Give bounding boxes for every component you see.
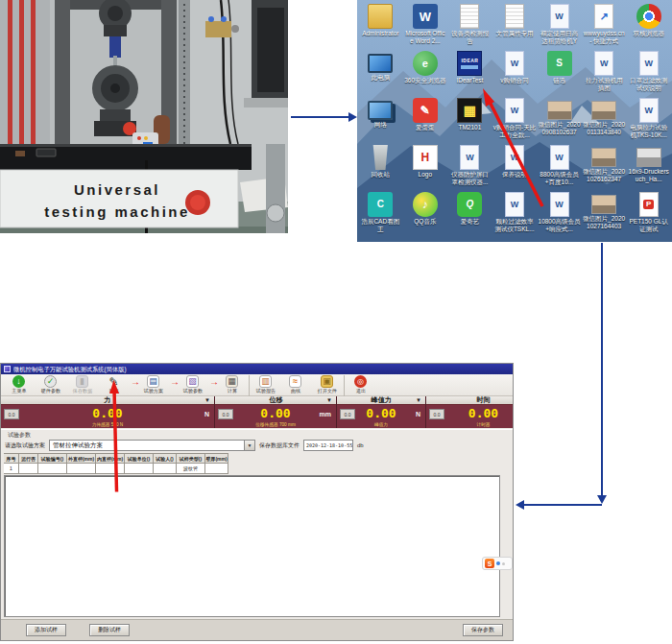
desktop-icon-label: QQ音乐: [403, 218, 446, 234]
desktop-icon[interactable]: 16x9-Druckersuch_Ha...: [626, 144, 671, 191]
desktop-icon[interactable]: W Microsoft Office Word 2...: [403, 3, 448, 50]
desktop-icon[interactable]: e 360安全浏览器: [403, 50, 448, 97]
toolbar-button[interactable]: ▧ 试验参数: [178, 375, 207, 396]
table-cell[interactable]: [38, 464, 67, 474]
panel-unit: N: [416, 411, 420, 417]
panel-header: 力 ▼: [1, 396, 214, 405]
panel-sensor-label: 峰值力: [344, 422, 419, 428]
table-header-cell: 运行否: [19, 453, 38, 464]
desktop-icon[interactable]: 微信图片_20200113143840: [582, 97, 627, 144]
table-cell[interactable]: 1: [4, 464, 19, 474]
desktop-icon[interactable]: H Logo: [403, 144, 448, 191]
specimen-list-area[interactable]: [4, 475, 500, 617]
desktop-icon[interactable]: ♪ QQ音乐: [403, 191, 448, 238]
desktop-icon[interactable]: ▦ TM2101: [447, 97, 492, 144]
panel-title: 时间: [476, 395, 490, 405]
desktop-icon[interactable]: ✎ 爱蛋蛋: [403, 97, 448, 144]
toolbar-button[interactable]: ▦ 计算: [217, 375, 247, 396]
desktop-icon[interactable]: W 颗粒过滤效率测试仪TSKL...: [492, 191, 538, 238]
scheme-dropdown[interactable]: 管材拉伸试验方案 ▼: [49, 440, 255, 451]
desktop-icon[interactable]: W v购销合同: [492, 50, 538, 97]
desktop-icon-label: 拉力试验机用插图: [583, 77, 626, 93]
toolbar-button-label: 试验参数: [182, 388, 202, 395]
table-cell[interactable]: [96, 464, 125, 474]
desktop-icon-image: W: [550, 192, 569, 217]
toolbar-button[interactable]: ▤ 试验方案: [138, 375, 168, 396]
toolbar-button-label: 试验方案: [143, 388, 162, 395]
table-cell[interactable]: [19, 464, 38, 474]
toolbar-button-icon: ▮: [76, 375, 88, 388]
desktop-icon[interactable]: 双核浏览器: [626, 3, 671, 50]
window-titlebar[interactable]: 微机控制电子万能试验机测试系统(简体版): [1, 364, 513, 374]
table-cell[interactable]: [125, 464, 154, 474]
desktop-icon-glyph: W: [511, 107, 519, 115]
desktop-icon-image: W: [550, 4, 569, 29]
desktop-icon[interactable]: W 电脑拉力试验机TKS-10K...: [626, 97, 671, 144]
table-cell[interactable]: 波纹管: [177, 464, 205, 474]
arrow-photo-to-desktop-line: [291, 116, 349, 118]
desktop-icon[interactable]: P PET150 GL认证测试: [626, 191, 671, 238]
desktop-icon-glyph: W: [555, 12, 564, 21]
toolbar-button[interactable]: ▮ 保存数据: [67, 375, 97, 396]
desktop-icon-label: Microsoft Office Word 2...: [403, 30, 446, 46]
desktop-icon[interactable]: S 链迅: [537, 50, 582, 97]
desktop-icon-label: 保养说明: [492, 171, 536, 187]
desktop-icon[interactable]: W 仪器防护屏口罩检测仪器...: [447, 144, 492, 191]
desktop-icon[interactable]: W 10800高级会员+响应式...: [537, 191, 582, 238]
toolbar-button[interactable]: ◎ 退出: [344, 375, 373, 396]
desktop-icon-glyph: W: [511, 201, 519, 209]
arrow-desktop-down-head: [597, 495, 607, 504]
desktop-icon[interactable]: W 口罩过滤效测试仪说明: [626, 50, 671, 97]
table-header-cell: 试样类型(): [177, 453, 205, 464]
dropdown-arrow-icon[interactable]: ▼: [244, 441, 254, 450]
desktop-icon[interactable]: W 保养说明: [492, 144, 538, 191]
chevron-down-icon[interactable]: ▼: [204, 397, 210, 403]
specimen-fixture: [109, 36, 121, 58]
table-cell[interactable]: [205, 464, 228, 474]
desktop-icon[interactable]: 微信图片_20200908102637: [537, 97, 582, 144]
desktop-icon[interactable]: Q 爱奇艺: [447, 191, 492, 238]
desktop-icon[interactable]: IDEAR IDearTest: [447, 50, 492, 97]
desktop-icon[interactable]: W v购销合同-天比工力全款...: [492, 97, 538, 144]
table-cell[interactable]: [67, 464, 96, 474]
chevron-down-icon[interactable]: ▼: [326, 397, 332, 403]
add-specimen-button[interactable]: 添加试样: [26, 624, 66, 636]
chevron-down-icon[interactable]: ▼: [416, 397, 421, 403]
desktop-icon[interactable]: 回收站: [358, 144, 403, 191]
sogou-icon[interactable]: S: [485, 559, 494, 568]
toolbar-button-label: 试验报告: [255, 388, 275, 395]
panel-value: 0.00: [337, 406, 425, 420]
desktop-icon-image: W: [639, 51, 659, 76]
desktop-icon-label: 微信图片_20200113143840: [583, 121, 626, 137]
toolbar-button[interactable]: ▥ 试验报告: [249, 375, 278, 396]
desktop-icon-label: 8800高级会员+百度10...: [538, 171, 581, 187]
desktop-icon[interactable]: ↗ wwwyuydss.cn - 快捷方式: [582, 3, 627, 50]
specimen-table-header-row: 序号运行否试验编号()外直径(mm)内直径(mm)试验单位()试验人()试样类型…: [4, 453, 228, 464]
table-cell[interactable]: [154, 464, 177, 474]
input-method-toolbar[interactable]: S: [482, 557, 513, 570]
desktop-icon[interactable]: 设备类检测报告: [447, 3, 492, 50]
toolbar-button[interactable]: ✓ 硬件参数: [36, 375, 65, 396]
desktop-icon[interactable]: 网络: [358, 97, 403, 144]
desktop-icon[interactable]: 微信图片_20201027164403: [582, 191, 627, 238]
save-parameters-button[interactable]: 保存参数: [463, 624, 503, 636]
panel-unit: N: [204, 411, 209, 417]
desktop-icon[interactable]: W 8800高级会员+百度10...: [537, 144, 582, 191]
delete-specimen-button[interactable]: 删除试样: [89, 624, 130, 636]
desktop-icon[interactable]: W 拉力试验机用插图: [582, 50, 627, 97]
toolbar-button[interactable]: ✎ 联机: [99, 375, 129, 396]
desktop-icon-label: wwwyuydss.cn - 快捷方式: [583, 30, 626, 46]
desktop-icon[interactable]: W 额定使用日高达租赁给机YM...: [537, 3, 582, 50]
desktop-icon[interactable]: 文管属性专用: [492, 3, 538, 50]
toolbar-button-icon: ≈: [289, 375, 301, 388]
desktop-icon-image: W: [594, 51, 613, 76]
db-filename-input[interactable]: 2020-12-18-10-55-28: [303, 440, 353, 451]
toolbar-button[interactable]: ↓ 主菜单: [4, 375, 34, 396]
desktop-icon[interactable]: 微信图片_20201026162347: [582, 144, 627, 191]
desktop-icon[interactable]: 此电脑: [358, 50, 403, 97]
desktop-icon-glyph: ✎: [420, 105, 430, 116]
desktop-icon[interactable]: C 浩辰CAD看图王: [358, 191, 403, 238]
toolbar-button[interactable]: ≈ 曲线: [280, 375, 310, 396]
desktop-icon[interactable]: Administrator: [358, 3, 403, 50]
toolbar-button[interactable]: ▣ 打开文件: [312, 375, 342, 396]
